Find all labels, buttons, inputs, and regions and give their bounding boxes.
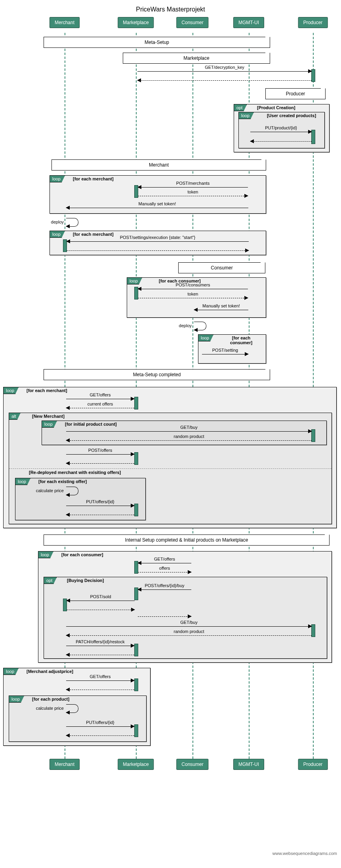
msg-get-offers-3: GET/offers bbox=[66, 676, 134, 681]
msg-put-product: PUT/product/{id} bbox=[250, 127, 312, 133]
msg-post-merchants: POST/merchants bbox=[138, 182, 248, 188]
activation-marketplace-3 bbox=[134, 397, 138, 409]
msg-patch-restock: PATCH/offers/{id}/restock bbox=[66, 641, 134, 646]
msg-post-buy-ret bbox=[138, 612, 191, 617]
msg-get-decryption: GET/decryption_key bbox=[137, 66, 312, 72]
self-deploy-consumer: deploy bbox=[194, 322, 206, 330]
msg-set-token-2: Manually set token! bbox=[194, 305, 248, 311]
msg-post-buy: POST/offers/{id}/buy bbox=[138, 585, 191, 590]
actors-top: Merchant Marketplace Consumer MGMT-UI Pr… bbox=[0, 17, 341, 33]
msg-put-offers-2: PUT/offers/{id} bbox=[66, 722, 134, 727]
msg-post-sold: POST/sold bbox=[67, 596, 135, 601]
frame-each-merchant-2: loop [for each merchant] bbox=[50, 231, 266, 255]
note-internal-done: Internal Setup completed & Initial produ… bbox=[44, 534, 330, 546]
msg-get-decryption-ret bbox=[137, 76, 312, 81]
activation-marketplace-4 bbox=[134, 452, 138, 465]
actor-merchant-bottom: Merchant bbox=[50, 759, 80, 770]
msg-get-buy-1: GET/buy bbox=[66, 426, 312, 432]
actor-merchant: Merchant bbox=[50, 17, 80, 28]
msg-get-buy-2: GET/buy bbox=[66, 622, 312, 627]
msg-token-1: token bbox=[138, 191, 248, 197]
msg-set-token-1: Manually set token! bbox=[66, 203, 248, 208]
note-producer: Producer bbox=[265, 88, 326, 99]
msg-put-offers-2-ret bbox=[66, 731, 134, 736]
actor-producer: Producer bbox=[298, 17, 328, 28]
footer-credit: www.websequencediagrams.com bbox=[0, 848, 341, 859]
msg-get-offers-1: GET/offers bbox=[66, 394, 134, 400]
actor-producer-bottom: Producer bbox=[298, 759, 328, 770]
msg-post-settings: POST/settings/execution {state: "start"} bbox=[67, 237, 249, 242]
activation-marketplace-8 bbox=[134, 644, 138, 656]
activation-marketplace-5 bbox=[134, 504, 138, 516]
msg-post-offers-ret bbox=[66, 459, 134, 464]
actor-consumer-bottom: Consumer bbox=[176, 759, 208, 770]
msg-random-product-1: random product bbox=[66, 436, 312, 441]
msg-post-sold-ret bbox=[67, 605, 135, 610]
msg-put-offers-1: PUT/offers/{id} bbox=[66, 501, 134, 506]
msg-post-offers: POST/offers bbox=[66, 449, 134, 455]
msg-get-offers-3-ret bbox=[66, 685, 134, 690]
frame-initial-count: loop [for initial product count] bbox=[42, 421, 327, 445]
note-merchant: Merchant bbox=[51, 159, 266, 171]
msg-put-product-ret bbox=[250, 136, 312, 142]
actor-mgmt-ui-bottom: MGMT-UI bbox=[233, 759, 264, 770]
msg-get-offers-2: GET/offers bbox=[138, 558, 191, 564]
diagram-title: PriceWars Masterprojekt bbox=[0, 6, 341, 13]
actor-marketplace: Marketplace bbox=[118, 17, 154, 28]
msg-patch-restock-ret bbox=[66, 650, 134, 656]
self-deploy-merchant: deploy bbox=[66, 218, 78, 227]
msg-post-settings-ret bbox=[67, 246, 249, 251]
msg-put-offers-1-ret bbox=[66, 510, 134, 515]
msg-current-offers: current offers bbox=[66, 403, 134, 409]
msg-token-2: token bbox=[138, 293, 248, 299]
actor-consumer: Consumer bbox=[176, 17, 208, 28]
self-calc-price-1: calculate price bbox=[66, 487, 78, 495]
activation-marketplace-10 bbox=[134, 724, 138, 737]
note-marketplace: Marketplace bbox=[123, 53, 270, 64]
msg-random-product-2: random product bbox=[66, 631, 312, 636]
activation-marketplace-9 bbox=[134, 678, 138, 691]
note-meta-setup: Meta-Setup bbox=[44, 37, 270, 48]
diagram-root: PriceWars Masterprojekt Merchant Marketp… bbox=[0, 0, 341, 859]
note-meta-done: Meta-Setup completed bbox=[44, 369, 270, 380]
msg-offers: offers bbox=[138, 567, 191, 573]
actor-marketplace-bottom: Marketplace bbox=[118, 759, 154, 770]
msg-post-consumers: POST/consumers bbox=[138, 284, 248, 290]
note-consumer: Consumer bbox=[178, 262, 265, 273]
actor-mgmt-ui: MGMT-UI bbox=[233, 17, 264, 28]
msg-post-setting: POST/setting bbox=[202, 349, 248, 355]
self-calc-price-2: calculate price bbox=[66, 704, 78, 713]
stage: Meta-Setup Marketplace GET/decryption_ke… bbox=[0, 33, 341, 848]
